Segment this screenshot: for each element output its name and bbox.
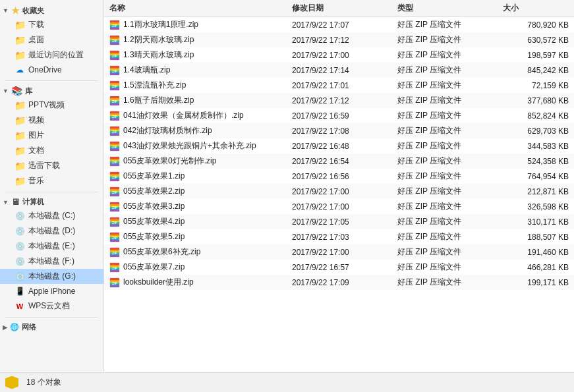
- file-name-cell: ZIP 1.6瓶子后期效果.zip: [109, 95, 292, 106]
- file-name-cell: ZIP 1.1雨水玻璃1原理.zip: [109, 19, 292, 30]
- sidebar-item-label: 本地磁盘 (G:): [28, 271, 76, 282]
- sidebar-item-label: 图片: [28, 130, 44, 141]
- zip-file-icon: ZIP: [109, 186, 120, 197]
- table-row[interactable]: ZIP 042油灯玻璃材质制作.zip 2017/9/22 17:08 好压 Z…: [104, 123, 574, 138]
- svg-text:ZIP: ZIP: [112, 99, 117, 103]
- file-date: 2017/9/22 17:09: [292, 278, 397, 287]
- table-row[interactable]: ZIP 1.6瓶子后期效果.zip 2017/9/22 17:12 好压 ZIP…: [104, 93, 574, 108]
- file-name-cell: ZIP 1.2阴天雨水玻璃.zip: [109, 34, 292, 45]
- folder-icon: 📁: [14, 35, 25, 45]
- table-row[interactable]: ZIP 055皮革效果6补充.zip 2017/9/22 17:00 好压 ZI…: [104, 244, 574, 260]
- table-row[interactable]: ZIP 1.2阴天雨水玻璃.zip 2017/9/22 17:12 好压 ZIP…: [104, 32, 574, 47]
- zip-file-icon: ZIP: [109, 277, 120, 288]
- table-row[interactable]: ZIP 055皮革效果3.zip 2017/9/22 17:00 好压 ZIP …: [104, 199, 574, 214]
- file-date: 2017/9/22 17:01: [292, 81, 397, 90]
- sidebar-item-disk-f[interactable]: 💿 本地磁盘 (F:): [0, 254, 103, 269]
- file-name-text: looksbuilder使用.zip: [123, 277, 194, 288]
- file-type: 好压 ZIP 压缩文件: [397, 19, 503, 30]
- sidebar-favorites-label: 收藏夹: [22, 6, 44, 16]
- sidebar-item-wps[interactable]: W WPS云文档: [0, 298, 103, 314]
- sidebar-item-iphone[interactable]: 📱 Apple iPhone: [0, 284, 103, 298]
- file-type: 好压 ZIP 压缩文件: [397, 65, 503, 76]
- sidebar-item-video[interactable]: 📁 视频: [0, 113, 103, 128]
- svg-text:ZIP: ZIP: [112, 236, 117, 240]
- sidebar-item-picture[interactable]: 📁 图片: [0, 128, 103, 143]
- file-size: 629,703 KB: [503, 126, 569, 136]
- sidebar-item-disk-e[interactable]: 💿 本地磁盘 (E:): [0, 238, 103, 254]
- folder-icon: 📁: [14, 176, 25, 186]
- table-row[interactable]: ZIP 055皮革效果0灯光制作.zip 2017/9/22 16:54 好压 …: [104, 154, 574, 169]
- sidebar-item-disk-d[interactable]: 💿 本地磁盘 (D:): [0, 223, 103, 238]
- status-bar: 18 个对象: [0, 372, 574, 392]
- sidebar-item-music[interactable]: 📁 音乐: [0, 173, 103, 188]
- file-size: 845,242 KB: [503, 66, 569, 75]
- svg-rect-78: [110, 164, 119, 166]
- file-date: 2017/9/22 17:14: [292, 66, 397, 75]
- file-size: 310,171 KB: [503, 217, 569, 227]
- table-row[interactable]: ZIP 055皮革效果5.zip 2017/9/22 17:03 好压 ZIP …: [104, 229, 574, 244]
- file-size: 188,507 KB: [503, 233, 569, 242]
- sidebar-item-onedrive[interactable]: ☁ OneDrive: [0, 63, 103, 77]
- file-size: 199,171 KB: [503, 278, 569, 287]
- sidebar-network-header[interactable]: ▶ 🌐 网络: [0, 320, 103, 333]
- column-name[interactable]: 名称: [109, 3, 292, 14]
- file-type: 好压 ZIP 压缩文件: [397, 171, 503, 182]
- column-size[interactable]: 大小: [503, 3, 569, 14]
- table-row[interactable]: ZIP 055皮革效果4.zip 2017/9/22 17:05 好压 ZIP …: [104, 214, 574, 229]
- table-row[interactable]: ZIP 055皮革效果2.zip 2017/9/22 17:00 好压 ZIP …: [104, 184, 574, 199]
- status-count: 18 个对象: [26, 377, 61, 388]
- sidebar-item-label: PPTV视频: [28, 99, 65, 111]
- sidebar-library-label: 库: [25, 86, 32, 96]
- sidebar-item-label: OneDrive: [28, 65, 62, 74]
- sidebar-item-pptv[interactable]: 📁 PPTV视频: [0, 98, 103, 113]
- zip-file-icon: ZIP: [109, 232, 120, 242]
- svg-rect-137: [110, 278, 119, 280]
- file-type: 好压 ZIP 压缩文件: [397, 155, 503, 167]
- table-row[interactable]: ZIP 041油灯效果（金属材质制作）.zip 2017/9/22 16:59 …: [104, 108, 574, 123]
- svg-rect-49: [110, 111, 119, 113]
- sidebar-item-label: 迅雷下载: [28, 160, 60, 171]
- svg-text:ZIP: ZIP: [112, 69, 117, 73]
- zip-file-icon: ZIP: [109, 50, 120, 61]
- svg-rect-17: [110, 51, 119, 53]
- table-row[interactable]: ZIP 1.1雨水玻璃1原理.zip 2017/9/22 17:07 好压 ZI…: [104, 17, 574, 32]
- sidebar-item-thunder[interactable]: 📁 迅雷下载: [0, 158, 103, 173]
- sidebar-library-header[interactable]: ▼ 📚 库: [0, 83, 103, 98]
- table-row[interactable]: ZIP 1.3晴天雨水玻璃.zip 2017/9/22 17:00 好压 ZIP…: [104, 47, 574, 63]
- file-name-cell: ZIP 055皮革效果3.zip: [109, 201, 292, 212]
- file-size: 524,358 KB: [503, 157, 569, 166]
- sidebar-computer-header[interactable]: ▼ 🖥 计算机: [0, 194, 103, 208]
- sidebar-section-network: ▶ 🌐 网络: [0, 320, 103, 333]
- file-date: 2017/9/22 17:00: [292, 187, 397, 196]
- sidebar-item-disk-c[interactable]: 💿 本地磁盘 (C:): [0, 208, 103, 223]
- sidebar-item-disk-g[interactable]: 💿 本地磁盘 (G:): [0, 269, 103, 284]
- table-row[interactable]: ZIP 055皮革效果1.zip 2017/9/22 16:56 好压 ZIP …: [104, 169, 574, 184]
- table-row[interactable]: ZIP looksbuilder使用.zip 2017/9/22 17:09 好…: [104, 275, 574, 290]
- folder-icon: 📁: [14, 100, 25, 111]
- table-row[interactable]: ZIP 1.5漂流瓶补充.zip 2017/9/22 17:01 好压 ZIP …: [104, 78, 574, 93]
- svg-text:ZIP: ZIP: [112, 54, 117, 58]
- column-date[interactable]: 修改日期: [292, 3, 397, 14]
- favorites-triangle-icon: ▼: [3, 7, 9, 14]
- sidebar-item-desktop[interactable]: 📁 桌面: [0, 32, 103, 47]
- sidebar-item-download[interactable]: 📁 下载: [0, 17, 103, 32]
- zip-file-icon: ZIP: [109, 141, 120, 152]
- file-name-text: 055皮革效果1.zip: [123, 171, 185, 182]
- column-type[interactable]: 类型: [397, 3, 503, 14]
- svg-text:ZIP: ZIP: [112, 281, 117, 285]
- sidebar-item-recent[interactable]: 📁 最近访问的位置: [0, 47, 103, 63]
- svg-rect-41: [110, 96, 119, 98]
- sidebar-item-document[interactable]: 📁 文档: [0, 143, 103, 158]
- file-type: 好压 ZIP 压缩文件: [397, 95, 503, 106]
- table-row[interactable]: ZIP 1.4玻璃瓶.zip 2017/9/22 17:14 好压 ZIP 压缩…: [104, 63, 574, 78]
- sidebar-favorites-header[interactable]: ▼ ★ 收藏夹: [0, 3, 103, 17]
- folder-icon: 📁: [14, 115, 25, 126]
- sidebar-section-favorites: ▼ ★ 收藏夹 📁 下载 📁 桌面 📁 最近访问的位置 ☁ OneDrive: [0, 3, 103, 77]
- sidebar-item-label: 本地磁盘 (E:): [28, 240, 75, 252]
- table-row[interactable]: ZIP 043油灯效果烛光跟铜片+其余补充.zip 2017/9/22 16:4…: [104, 138, 574, 154]
- file-name-text: 041油灯效果（金属材质制作）.zip: [123, 110, 244, 121]
- network-triangle-icon: ▶: [3, 324, 7, 331]
- table-row[interactable]: ZIP 055皮革效果7.zip 2017/9/22 16:57 好压 ZIP …: [104, 260, 574, 275]
- divider: [5, 317, 98, 318]
- sidebar-section-library: ▼ 📚 库 📁 PPTV视频 📁 视频 📁 图片 📁 文档 📁: [0, 83, 103, 188]
